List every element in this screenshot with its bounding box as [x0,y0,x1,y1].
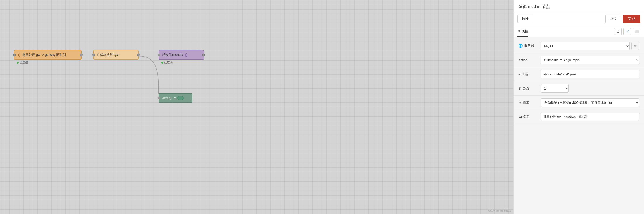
node-debug-toggle[interactable] [177,96,184,100]
name-icon: 🏷 [518,115,522,119]
node-mqtt-out-port-right [202,53,205,56]
node-debug-port-left [158,97,160,99]
form-row-action: Action Subscribe to single topic [514,53,644,67]
server-label: 🌐 服务端 [518,44,537,48]
output-icon: ↪ [518,101,521,105]
server-edit-button[interactable]: ✏ [632,42,639,50]
tab-settings-icon-btn[interactable]: ⚙ [614,28,622,35]
form-row-name: 🏷 名称 [514,110,644,124]
node-mqtt-out-port-left [158,53,160,56]
name-input[interactable] [541,112,639,121]
tab-icons: ⚙ 📄 ⬜ [614,28,640,35]
topic-icon: ≡ [518,72,520,76]
topic-control [541,70,639,78]
node-batch-label: 批量处理 gw -> getway 旧到新 [22,53,66,57]
watermark: CSDN @xiaozhi122 [488,209,511,212]
server-control: MQTT ✏ [541,42,639,50]
topic-input[interactable] [541,70,639,78]
node-mqtt-out-bracket: )) [185,53,188,57]
form-row-topic: ≡ 主题 [514,67,644,81]
form-row-qos: ⊗ QoS 1 [514,81,644,96]
node-debug[interactable]: debug ≡ [158,93,192,103]
action-select[interactable]: Subscribe to single topic [541,56,639,64]
node-debug-icon: ≡ [174,96,176,100]
delete-button[interactable]: 删除 [518,15,533,23]
panel-tabs: ⚙ 属性 ⚙ 📄 ⬜ [514,26,644,37]
qos-select[interactable]: 1 [541,84,569,93]
tab-properties[interactable]: ⚙ 属性 [518,26,528,37]
qos-icon: ⊗ [518,86,521,91]
node-batch[interactable]: )) 批量处理 gw -> getway 旧到新 已连接 [14,50,82,60]
node-batch-connected: 已连接 [17,60,28,64]
form-row-output: ↪ 输出 自动检测 (已解析的JSON对象、字符串或buffer [514,96,644,110]
output-select[interactable]: 自动检测 (已解析的JSON对象、字符串或buffer [541,98,639,107]
node-mqtt-out[interactable]: 转发到clientID )) 已连接 [158,50,204,60]
toolbar-right: 取消 完成 [605,15,640,23]
tab-doc-icon-btn[interactable]: 📄 [624,28,631,35]
node-batch-port-right [80,53,82,56]
server-select[interactable]: MQTT [541,42,630,50]
done-button[interactable]: 完成 [623,15,640,23]
output-label: ↪ 输出 [518,101,537,105]
action-label: Action [518,58,537,62]
output-control: 自动检测 (已解析的JSON对象、字符串或buffer [541,98,639,107]
node-function-label: 动态设置topic [100,53,120,57]
name-label: 🏷 名称 [518,115,537,119]
node-function-icon: f [97,53,98,57]
node-function-port-left [92,53,95,56]
qos-control: 1 [541,84,639,93]
right-panel: 编辑 mqtt in 节点 删除 取消 完成 ⚙ 属性 ⚙ 📄 ⬜ 🌐 服务端 [514,0,644,214]
flow-canvas[interactable]: )) 批量处理 gw -> getway 旧到新 已连接 f 动态设置topic… [0,0,514,214]
tab-properties-label: ⚙ 属性 [518,29,528,33]
node-function-port-right [137,53,140,56]
qos-label: ⊗ QoS [518,86,537,91]
node-debug-label: debug [162,96,172,100]
action-control: Subscribe to single topic [541,56,639,64]
panel-title: 编辑 mqtt in 节点 [518,4,550,9]
form-row-server: 🌐 服务端 MQTT ✏ [514,39,644,53]
node-function[interactable]: f 动态设置topic [93,50,139,60]
cancel-button[interactable]: 取消 [605,15,621,23]
node-mqtt-out-connected: 已连接 [161,60,172,64]
properties-form: 🌐 服务端 MQTT ✏ Action Subscribe to single … [514,37,644,214]
node-mqtt-out-label: 转发到clientID [162,53,183,57]
node-batch-port-left [13,53,16,56]
panel-toolbar: 删除 取消 完成 [514,12,644,26]
panel-header: 编辑 mqtt in 节点 [514,0,644,12]
tab-layout-icon-btn[interactable]: ⬜ [633,28,640,35]
topic-label: ≡ 主题 [518,72,537,76]
node-batch-bracket: )) [18,53,20,57]
connections-svg [0,0,514,214]
server-icon: 🌐 [518,44,523,48]
name-control [541,112,639,121]
